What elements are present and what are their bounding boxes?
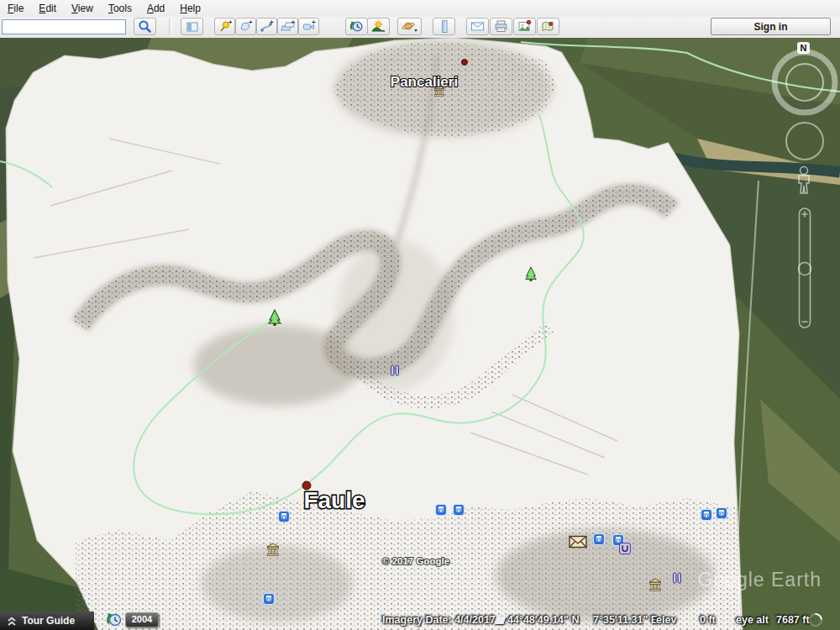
imagery-date-label: Imagery Date: 4/4/2017 (382, 614, 496, 626)
search-button[interactable] (134, 18, 156, 35)
ruler-button[interactable] (433, 18, 455, 35)
toolbar-separator (169, 18, 172, 34)
eye-alt-label: eye alt (736, 614, 769, 626)
transit-stop-icon[interactable] (701, 510, 712, 521)
google-earth-window: File Edit View Tools Add Help + (0, 0, 840, 630)
add-placemark-button[interactable]: + (214, 18, 235, 35)
elev-value: 0 ft (700, 614, 716, 626)
chevrons-up-icon (6, 615, 18, 627)
eye-alt-value: 7687 ft (776, 614, 810, 626)
toolbar: + + + + + (0, 17, 840, 39)
tour-guide-bar[interactable]: Tour Guide (0, 612, 94, 630)
longitude-value: 7°35'11.31" E (593, 614, 658, 626)
email-icon (470, 19, 485, 34)
view-in-maps-icon (541, 19, 555, 34)
add-image-overlay-button[interactable]: + (277, 18, 298, 35)
menu-edit[interactable]: Edit (31, 1, 64, 16)
sidebar-toggle-button[interactable] (181, 18, 203, 35)
menu-help[interactable]: Help (172, 1, 208, 16)
print-icon (494, 19, 508, 34)
add-polygon-icon: + (239, 19, 253, 34)
copyright-label: © 2017 Google (382, 556, 449, 566)
historical-imagery-icon (349, 19, 364, 34)
planets-button[interactable] (397, 18, 422, 35)
town-label-faule[interactable]: Faule (303, 487, 365, 513)
add-polygon-button[interactable]: + (235, 18, 256, 35)
transit-stop-icon[interactable] (717, 508, 727, 519)
town-label-pancalieri[interactable]: Pancalieri (391, 74, 458, 90)
planets-icon (402, 19, 418, 34)
historical-imagery-button[interactable] (345, 18, 368, 35)
menu-file[interactable]: File (0, 1, 31, 16)
print-button[interactable] (490, 18, 512, 35)
placemark-dot[interactable] (462, 60, 468, 66)
add-placemark-icon: + (218, 19, 232, 34)
svg-text:+: + (291, 19, 296, 26)
google-earth-watermark: Google Earth (697, 569, 822, 591)
add-path-icon: + (260, 19, 274, 34)
elev-label: elev (656, 614, 676, 626)
svg-text:+: + (228, 19, 232, 26)
svg-text:+: + (249, 19, 253, 26)
svg-text:+: + (270, 19, 274, 26)
sunlight-button[interactable] (367, 18, 390, 35)
menu-view[interactable]: View (64, 1, 101, 16)
time-slider-clock-icon[interactable] (106, 612, 123, 628)
time-slider-year-button[interactable]: 2004 (125, 612, 159, 627)
latitude-value: 44°48'49.14" N (507, 614, 580, 626)
compass-north-label: N (801, 43, 807, 53)
menu-add[interactable]: Add (139, 1, 172, 16)
record-tour-icon: + (302, 19, 316, 34)
map-canvas: Pancalieri Faule © 2017 Google Google Ea… (0, 38, 840, 630)
ruler-icon (438, 19, 451, 34)
map-3d-view[interactable]: Pancalieri Faule © 2017 Google Google Ea… (0, 38, 840, 630)
transit-stop-icon[interactable] (594, 534, 605, 545)
save-image-icon (517, 19, 532, 34)
save-image-button[interactable] (513, 18, 536, 35)
tour-guide-label: Tour Guide (22, 615, 75, 627)
search-input[interactable] (2, 19, 126, 34)
sign-in-button[interactable]: Sign in (711, 18, 831, 35)
menu-bar: File Edit View Tools Add Help (0, 0, 840, 18)
email-button[interactable] (466, 18, 489, 35)
transit-stop-icon[interactable] (264, 594, 275, 605)
transit-stop-icon[interactable] (454, 505, 465, 516)
transit-stop-icon[interactable] (279, 512, 290, 522)
view-in-maps-button[interactable] (537, 18, 559, 35)
post-office-icon[interactable] (570, 537, 586, 548)
search-icon (138, 19, 152, 34)
svg-text:+: + (312, 19, 316, 26)
menu-tools[interactable]: Tools (101, 1, 139, 16)
sidebar-toggle-icon (186, 20, 199, 34)
sunlight-icon (371, 19, 386, 34)
parking-u-icon[interactable] (620, 543, 631, 554)
transit-stop-icon[interactable] (436, 505, 447, 516)
add-path-button[interactable]: + (256, 18, 277, 35)
record-tour-button[interactable]: + (298, 18, 319, 35)
add-image-overlay-icon: + (281, 19, 295, 34)
